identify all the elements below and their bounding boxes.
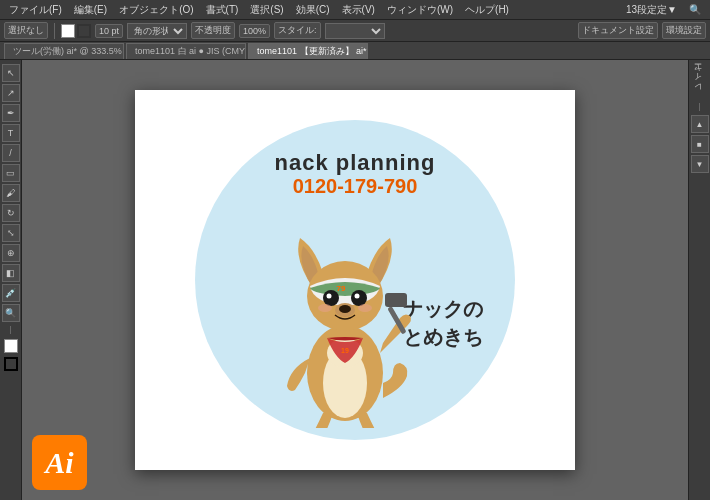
menu-edit[interactable]: 編集(E) xyxy=(69,1,112,19)
opacity-label: 不透明度 xyxy=(191,22,235,39)
menu-format[interactable]: 書式(T) xyxy=(201,1,244,19)
eyedropper-tool[interactable]: 💉 xyxy=(2,284,20,302)
preset-selector[interactable]: 13段定定▼ xyxy=(621,1,682,19)
svg-rect-4 xyxy=(385,293,407,307)
svg-point-14 xyxy=(358,304,372,312)
selection-tool[interactable]: ↖ xyxy=(2,64,20,82)
document-canvas: nack planning 0120-179-790 ナックのとめきち xyxy=(135,90,575,470)
zoom-value[interactable]: 100% xyxy=(239,24,270,38)
panel-btn-2[interactable]: ■ xyxy=(691,135,709,153)
svg-text:19: 19 xyxy=(341,347,349,354)
stroke-swatch[interactable] xyxy=(77,24,91,38)
mascot-illustration: 79 xyxy=(245,198,445,430)
search-icon[interactable]: 🔍 xyxy=(684,2,706,17)
ai-logo: Ai xyxy=(32,435,87,490)
toolbar: 選択なし 10 pt 角の形状 不透明度 100% スタイル: ドキュメント設定… xyxy=(0,20,710,42)
menu-object[interactable]: オブジェクト(O) xyxy=(114,1,198,19)
svg-point-8 xyxy=(351,290,367,306)
zoom-tool[interactable]: 🔍 xyxy=(2,304,20,322)
company-name: nack planning xyxy=(275,150,436,176)
brush-tool[interactable]: 🖌 xyxy=(2,184,20,202)
separator xyxy=(699,103,700,111)
rect-tool[interactable]: ▭ xyxy=(2,164,20,182)
menu-effect[interactable]: 効果(C) xyxy=(291,1,335,19)
stroke-value[interactable]: 10 pt xyxy=(95,24,123,38)
scale-tool[interactable]: ⤡ xyxy=(2,224,20,242)
tab-3[interactable]: tome1101 【更新済み】 ai* @ 200% (CMYK/プレビュー) … xyxy=(248,43,368,59)
panel-btn-3[interactable]: ▼ xyxy=(691,155,709,173)
tab-2[interactable]: tome1101 白 ai ● JIS (CMYK/プレビュー) × xyxy=(126,43,246,59)
blend-tool[interactable]: ⊕ xyxy=(2,244,20,262)
doc-settings[interactable]: ドキュメント設定 xyxy=(578,22,658,39)
stroke-color[interactable] xyxy=(4,357,18,371)
pen-tool[interactable]: ✒ xyxy=(2,104,20,122)
canvas-area: nack planning 0120-179-790 ナックのとめきち xyxy=(22,60,688,500)
line-tool[interactable]: / xyxy=(2,144,20,162)
separator xyxy=(54,23,55,39)
color-settings[interactable]: 環境設定 xyxy=(662,22,706,39)
tab-bar: ツール(労働) ai* @ 333.5% (CMYK/プレビュー) × tome… xyxy=(0,42,710,60)
tab-1[interactable]: ツール(労働) ai* @ 333.5% (CMYK/プレビュー) × xyxy=(4,43,124,59)
type-tool[interactable]: T xyxy=(2,124,20,142)
cap-select[interactable]: 角の形状 xyxy=(127,23,187,39)
menu-window[interactable]: ウィンドウ(W) xyxy=(382,1,458,19)
svg-point-7 xyxy=(323,290,339,306)
separator xyxy=(10,326,11,334)
layers-tab[interactable]: レイヤー xyxy=(693,64,706,99)
logo-circle: nack planning 0120-179-790 ナックのとめきち xyxy=(195,120,515,440)
menu-help[interactable]: ヘルプ(H) xyxy=(460,1,514,19)
panel-btn-1[interactable]: ▲ xyxy=(691,115,709,133)
svg-point-9 xyxy=(327,294,332,299)
svg-point-13 xyxy=(318,304,332,312)
svg-text:79: 79 xyxy=(337,284,346,293)
menu-view[interactable]: 表示(V) xyxy=(337,1,380,19)
left-toolbar: ↖ ↗ ✒ T / ▭ 🖌 ↻ ⤡ ⊕ ◧ 💉 🔍 xyxy=(0,60,22,500)
menu-file[interactable]: ファイル(F) xyxy=(4,1,67,19)
menu-select[interactable]: 選択(S) xyxy=(245,1,288,19)
direct-select-tool[interactable]: ↗ xyxy=(2,84,20,102)
right-panel: レイヤー ▲ ■ ▼ xyxy=(688,60,710,500)
fill-swatch[interactable] xyxy=(61,24,75,38)
style-select[interactable] xyxy=(325,23,385,39)
svg-point-12 xyxy=(339,305,351,313)
svg-point-10 xyxy=(355,294,360,299)
gradient-tool[interactable]: ◧ xyxy=(2,264,20,282)
menu-bar: ファイル(F) 編集(E) オブジェクト(O) 書式(T) 選択(S) 効果(C… xyxy=(0,0,710,20)
main-area: ↖ ↗ ✒ T / ▭ 🖌 ↻ ⤡ ⊕ ◧ 💉 🔍 nack planning … xyxy=(0,60,710,500)
rotate-tool[interactable]: ↻ xyxy=(2,204,20,222)
phone-number: 0120-179-790 xyxy=(293,175,418,198)
select-tool[interactable]: 選択なし xyxy=(4,22,48,39)
ai-logo-text: Ai xyxy=(45,446,73,480)
style-label: スタイル: xyxy=(274,22,321,39)
fill-color[interactable] xyxy=(4,339,18,353)
